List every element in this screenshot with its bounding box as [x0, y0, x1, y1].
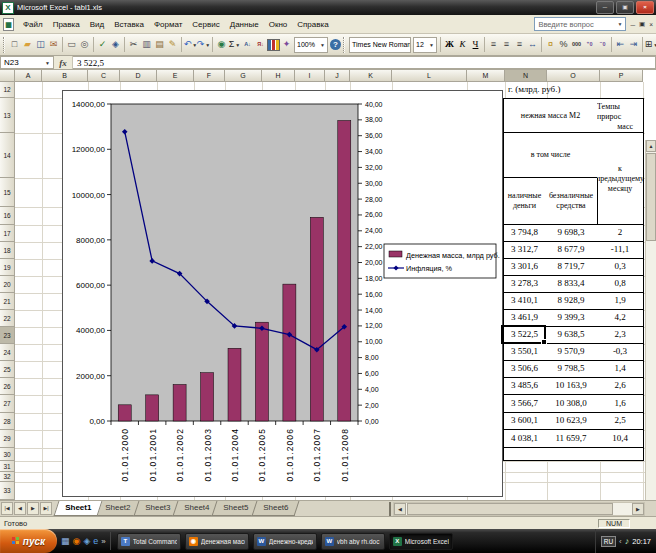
- column-header-m[interactable]: M: [467, 70, 505, 82]
- tray-expand-icon[interactable]: ‹: [619, 537, 622, 546]
- row-header-33[interactable]: 33: [0, 482, 15, 500]
- header-cash[interactable]: наличные деньги: [503, 178, 546, 225]
- restore-button[interactable]: ▣: [616, 1, 634, 14]
- menu-item-6[interactable]: Данные: [225, 18, 264, 31]
- column-header-n[interactable]: N: [505, 70, 547, 82]
- tab-split-handle[interactable]: [389, 502, 391, 516]
- insert-function-icon[interactable]: fx: [54, 56, 73, 69]
- row-header-16[interactable]: 16: [0, 207, 15, 225]
- align-right-icon[interactable]: ≡: [513, 36, 526, 53]
- save-icon[interactable]: ◫: [34, 36, 47, 53]
- row-header-27[interactable]: 27: [0, 395, 15, 413]
- taskbar-task-1[interactable]: ◉Денежная масса М2 ...: [185, 533, 249, 550]
- table-cell-r7c2[interactable]: -0,3: [597, 344, 644, 361]
- column-header-l[interactable]: L: [392, 70, 467, 82]
- increase-decimal-icon[interactable]: ⁺0: [583, 36, 596, 53]
- column-header-i[interactable]: I: [295, 70, 325, 82]
- tab-last-button[interactable]: ▶|: [40, 502, 52, 515]
- sheet-tab-sheet1[interactable]: Sheet1: [54, 501, 103, 516]
- minimize-button[interactable]: ─: [596, 1, 614, 14]
- undo-icon[interactable]: ↶▼: [184, 36, 197, 53]
- cut-icon[interactable]: ✂: [127, 36, 140, 53]
- table-cell-r6c1[interactable]: 9 638,5: [545, 327, 598, 344]
- doc-close-button[interactable]: ×: [649, 21, 653, 28]
- table-cell-r11c1[interactable]: 10 623,9: [545, 413, 598, 430]
- decrease-decimal-icon[interactable]: ⁻0: [596, 36, 609, 53]
- media-player-icon[interactable]: ◈: [83, 537, 90, 546]
- table-cell-r8c0[interactable]: 3 506,6: [503, 361, 546, 378]
- row-header-31[interactable]: 31: [0, 461, 15, 472]
- row-header-19[interactable]: 19: [0, 259, 15, 276]
- help-icon[interactable]: ?: [329, 36, 342, 53]
- taskbar-task-4[interactable]: XMicrosoft Excel - tabl...: [389, 533, 453, 550]
- table-cell-r3c0[interactable]: 3 278,3: [503, 276, 546, 293]
- row-header-28[interactable]: 28: [0, 413, 15, 430]
- font-name-select[interactable]: Times New Roman▼: [349, 37, 411, 53]
- row-header-30[interactable]: 30: [0, 448, 15, 461]
- table-cell-r12c0[interactable]: 4 038,1: [503, 430, 546, 448]
- table-cell-r1c2[interactable]: -11,1: [597, 242, 644, 259]
- doc-minimize-button[interactable]: ─: [630, 21, 635, 28]
- italic-button[interactable]: К: [456, 36, 469, 53]
- menu-item-3[interactable]: Вставка: [109, 18, 149, 31]
- research-icon[interactable]: ◈: [109, 36, 122, 53]
- row-header-14[interactable]: 14: [0, 133, 15, 178]
- merge-center-icon[interactable]: ↔: [526, 36, 539, 53]
- table-cell-r0c0[interactable]: 3 794,8: [503, 225, 546, 242]
- formula-input[interactable]: 3 522,5: [73, 56, 656, 69]
- table-cell-r10c1[interactable]: 10 308,0: [545, 395, 598, 413]
- start-button[interactable]: пуск: [0, 529, 57, 553]
- taskbar-task-2[interactable]: WДенежно-кредитна...: [253, 533, 317, 550]
- menu-item-7[interactable]: Окно: [264, 18, 293, 31]
- column-header-o[interactable]: O: [547, 70, 600, 82]
- scroll-up-icon[interactable]: ▲: [646, 140, 656, 152]
- decrease-indent-icon[interactable]: ⇤: [614, 36, 627, 53]
- bold-button[interactable]: Ж: [443, 36, 456, 53]
- row-header-20[interactable]: 20: [0, 276, 15, 293]
- table-cell-r7c1[interactable]: 9 570,9: [545, 344, 598, 361]
- comma-style-icon[interactable]: 000: [570, 36, 583, 53]
- table-cell-empty[interactable]: [545, 448, 598, 461]
- redo-icon[interactable]: ↷▼: [197, 36, 210, 53]
- table-cell-empty[interactable]: [597, 448, 644, 461]
- increase-indent-icon[interactable]: ⇥: [627, 36, 640, 53]
- sheet-tab-sheet6[interactable]: Sheet6: [251, 501, 299, 516]
- column-header-p[interactable]: P: [600, 70, 643, 82]
- row-header-25[interactable]: 25: [0, 361, 15, 378]
- column-header-j[interactable]: J: [325, 70, 350, 82]
- mail-icon[interactable]: ✉: [47, 36, 60, 53]
- print-icon[interactable]: ▭: [65, 36, 78, 53]
- column-header-f[interactable]: F: [194, 70, 225, 82]
- hyperlink-icon[interactable]: ◉: [215, 36, 228, 53]
- table-cell-r10c2[interactable]: 1,6: [597, 395, 644, 413]
- font-size-select[interactable]: 12▼: [413, 37, 437, 53]
- taskbar-task-3[interactable]: Wvbh aby rh.doc - Micr...: [321, 533, 385, 550]
- scroll-right-icon[interactable]: ▶: [632, 503, 644, 515]
- header-growth-rate[interactable]: Темпы приросмасс: [597, 98, 644, 133]
- new-icon[interactable]: □: [8, 36, 21, 53]
- table-cell-empty[interactable]: [503, 448, 546, 461]
- toolbar-handle[interactable]: [343, 37, 345, 53]
- print-preview-icon[interactable]: ◎: [78, 36, 91, 53]
- table-cell-r6c2[interactable]: 2,3: [597, 327, 644, 344]
- table-cell-r7c0[interactable]: 3 550,1: [503, 344, 546, 361]
- align-center-icon[interactable]: ≡: [500, 36, 513, 53]
- table-cell-r1c1[interactable]: 8 677,9: [545, 242, 598, 259]
- column-header-a[interactable]: A: [15, 70, 42, 82]
- header-including[interactable]: в том числе: [503, 133, 598, 178]
- spelling-icon[interactable]: ✓: [96, 36, 109, 53]
- row-header-18[interactable]: 18: [0, 242, 15, 259]
- table-cell-r1c0[interactable]: 3 312,7: [503, 242, 546, 259]
- menu-item-1[interactable]: Правка: [48, 18, 85, 31]
- table-cell-r8c2[interactable]: 1,4: [597, 361, 644, 378]
- horizontal-scrollbar[interactable]: ◀ ▶: [393, 502, 645, 516]
- tab-next-button[interactable]: ▶: [27, 502, 39, 515]
- table-cell-r12c2[interactable]: 10,4: [597, 430, 644, 448]
- chart-wizard-icon[interactable]: [267, 36, 280, 53]
- horizontal-scroll-thumb[interactable]: [407, 503, 613, 515]
- column-header-g[interactable]: G: [225, 70, 262, 82]
- firefox-icon[interactable]: ◉: [73, 537, 81, 546]
- row-header-22[interactable]: 22: [0, 310, 15, 327]
- zoom-select[interactable]: 100%▼: [294, 37, 328, 53]
- row-header-13[interactable]: 13: [0, 98, 15, 133]
